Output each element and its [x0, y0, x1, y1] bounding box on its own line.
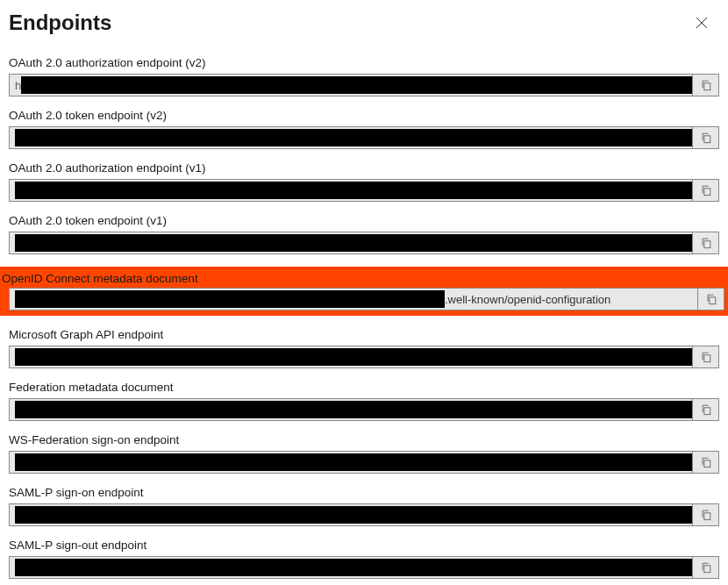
redaction-block — [21, 76, 693, 94]
copy-button[interactable] — [698, 288, 724, 310]
endpoint-group: WS-Federation sign-on endpoint — [9, 433, 719, 474]
svg-rect-10 — [703, 513, 710, 520]
svg-rect-4 — [703, 189, 710, 196]
endpoint-group: SAML-P sign-out endpoint — [9, 539, 719, 579]
header: Endpoints — [0, 0, 728, 39]
close-icon — [696, 17, 708, 29]
copy-icon — [700, 237, 712, 249]
redaction-block — [15, 401, 693, 418]
endpoint-label: SAML-P sign-out endpoint — [9, 539, 719, 552]
endpoint-row: h — [9, 74, 719, 96]
endpoint-input[interactable] — [9, 179, 693, 202]
endpoint-group: Microsoft Graph API endpoint — [9, 328, 719, 368]
endpoint-visible-text: .well-known/openid-configuration — [445, 293, 610, 306]
endpoint-input[interactable] — [9, 346, 693, 368]
redaction-block — [15, 506, 693, 524]
svg-rect-8 — [703, 408, 710, 415]
page-title: Endpoints — [9, 11, 111, 35]
endpoint-label: OAuth 2.0 token endpoint (v1) — [9, 214, 719, 227]
endpoint-group: OAuth 2.0 authorization endpoint (v2)h — [9, 56, 719, 96]
endpoint-label: WS-Federation sign-on endpoint — [9, 433, 719, 446]
copy-button[interactable] — [693, 503, 719, 526]
copy-icon — [700, 561, 712, 574]
endpoint-input[interactable] — [9, 451, 693, 474]
endpoint-row — [9, 503, 719, 526]
svg-rect-3 — [703, 136, 710, 143]
endpoints-content: OAuth 2.0 authorization endpoint (v2)h O… — [0, 39, 728, 585]
copy-button[interactable] — [693, 74, 719, 96]
endpoint-label: Federation metadata document — [9, 381, 719, 394]
svg-rect-11 — [703, 566, 710, 573]
endpoint-label: OAuth 2.0 authorization endpoint (v2) — [9, 56, 719, 69]
redaction-block — [15, 234, 693, 252]
copy-icon — [700, 132, 712, 144]
redaction-block — [15, 453, 693, 471]
redaction-block — [15, 348, 693, 366]
endpoint-prefix: h — [15, 79, 21, 92]
endpoint-label: OpenID Connect metadata document — [0, 272, 724, 285]
svg-rect-6 — [709, 297, 715, 304]
copy-button[interactable] — [693, 232, 719, 254]
copy-button[interactable] — [693, 346, 719, 368]
copy-icon — [700, 403, 712, 416]
endpoint-row — [9, 451, 719, 474]
endpoint-row — [9, 398, 719, 421]
endpoint-group: OAuth 2.0 token endpoint (v2) — [9, 109, 719, 149]
redaction-block — [15, 290, 445, 308]
endpoint-row: .well-known/openid-configuration — [0, 288, 724, 310]
endpoint-input[interactable]: h — [9, 74, 693, 96]
svg-rect-9 — [703, 460, 710, 467]
redaction-block — [15, 182, 693, 199]
endpoint-row — [9, 346, 719, 368]
endpoint-group: SAML-P sign-on endpoint — [9, 486, 719, 526]
copy-icon — [705, 293, 717, 305]
close-button[interactable] — [689, 11, 714, 35]
endpoint-row — [9, 232, 719, 254]
endpoint-input[interactable] — [9, 398, 693, 421]
endpoint-input[interactable] — [9, 232, 693, 254]
endpoint-input[interactable] — [9, 126, 693, 149]
copy-button[interactable] — [693, 398, 719, 421]
copy-icon — [700, 456, 712, 468]
svg-rect-7 — [703, 355, 710, 362]
endpoint-label: OAuth 2.0 authorization endpoint (v1) — [9, 161, 719, 175]
endpoint-input[interactable]: .well-known/openid-configuration — [9, 288, 698, 310]
copy-button[interactable] — [693, 179, 719, 202]
copy-button[interactable] — [693, 556, 719, 579]
endpoint-group: OAuth 2.0 authorization endpoint (v1) — [9, 161, 719, 202]
endpoint-row — [9, 179, 719, 202]
endpoint-input[interactable] — [9, 556, 693, 579]
endpoint-row — [9, 556, 719, 579]
copy-icon — [700, 184, 712, 196]
endpoint-input[interactable] — [9, 503, 693, 526]
copy-button[interactable] — [693, 451, 719, 474]
copy-icon — [700, 351, 712, 363]
redaction-block — [15, 559, 693, 576]
endpoint-group: OAuth 2.0 token endpoint (v1) — [9, 214, 719, 254]
svg-rect-5 — [703, 241, 710, 248]
endpoint-row — [9, 126, 719, 149]
copy-button[interactable] — [693, 126, 719, 149]
redaction-block — [15, 129, 693, 146]
highlighted-endpoint: OpenID Connect metadata document.well-kn… — [0, 267, 728, 316]
copy-icon — [700, 509, 712, 521]
endpoint-label: SAML-P sign-on endpoint — [9, 486, 719, 499]
svg-rect-2 — [703, 83, 710, 90]
endpoint-label: OAuth 2.0 token endpoint (v2) — [9, 109, 719, 122]
copy-icon — [700, 79, 712, 91]
endpoint-group: Federation metadata document — [9, 381, 719, 421]
endpoint-label: Microsoft Graph API endpoint — [9, 328, 719, 341]
